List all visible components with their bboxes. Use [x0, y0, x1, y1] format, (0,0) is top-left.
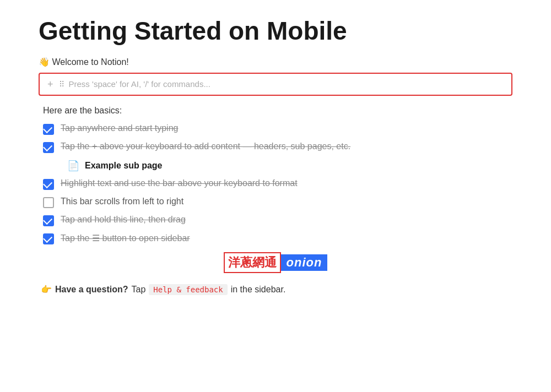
input-placeholder: Press 'space' for AI, '/' for commands..… [69, 79, 210, 89]
page-container: Getting Started on Mobile 👋 Welcome to N… [39, 17, 512, 295]
feedback-question: Have a question? [55, 285, 128, 295]
feedback-tap: Tap [131, 285, 145, 295]
checklist-item-5: Tap and hold this line, then drag [39, 215, 512, 226]
new-block-input[interactable]: + ⠿ Press 'space' for AI, '/' for comman… [39, 73, 512, 96]
sub-page-item[interactable]: 📄 Example sub page [39, 160, 512, 172]
checklist-item-4: This bar scrolls from left to right [39, 197, 512, 208]
item-text-6: Tap the ☰ button to open sidebar [61, 233, 190, 243]
item-text-5: Tap and hold this line, then drag [61, 215, 186, 225]
checklist-item-3: Highlight text and use the bar above you… [39, 178, 512, 190]
checklist-item-6: Tap the ☰ button to open sidebar [39, 233, 512, 244]
checkbox-1[interactable] [43, 124, 54, 135]
welcome-line: 👋 Welcome to Notion! [39, 57, 512, 67]
feedback-rest: in the sidebar. [231, 285, 286, 295]
checkbox-6[interactable] [43, 233, 54, 244]
watermark: 洋蔥網通 onion [224, 252, 328, 273]
item-text-3: Highlight text and use the bar above you… [61, 178, 298, 188]
watermark-container: 洋蔥網通 onion [39, 252, 512, 273]
basics-label: Here are the basics: [39, 106, 512, 116]
checklist-item-1: Tap anywhere and start typing [39, 123, 512, 135]
watermark-onion: onion [281, 254, 328, 271]
feedback-line: 👉 Have a question? Tap Help & feedback i… [39, 284, 512, 295]
watermark-chinese: 洋蔥網通 [224, 252, 281, 273]
checkbox-4[interactable] [43, 197, 54, 208]
page-title: Getting Started on Mobile [39, 17, 512, 46]
checkbox-2[interactable] [43, 142, 54, 153]
sub-page-icon: 📄 [67, 160, 79, 172]
checklist-item-2: Tap the + above your keyboard to add con… [39, 141, 512, 153]
checkbox-3[interactable] [43, 179, 54, 190]
checklist: Tap anywhere and start typing Tap the + … [39, 123, 512, 244]
item-text-2: Tap the + above your keyboard to add con… [61, 141, 350, 151]
item-text-4: This bar scrolls from left to right [61, 197, 183, 206]
item-text-1: Tap anywhere and start typing [61, 123, 178, 133]
finger-emoji: 👉 [41, 284, 52, 295]
drag-icon: ⠿ [59, 80, 63, 89]
sub-page-label: Example sub page [85, 161, 163, 171]
feedback-link[interactable]: Help & feedback [149, 284, 227, 295]
plus-icon: + [47, 79, 53, 89]
checkbox-5[interactable] [43, 215, 54, 226]
